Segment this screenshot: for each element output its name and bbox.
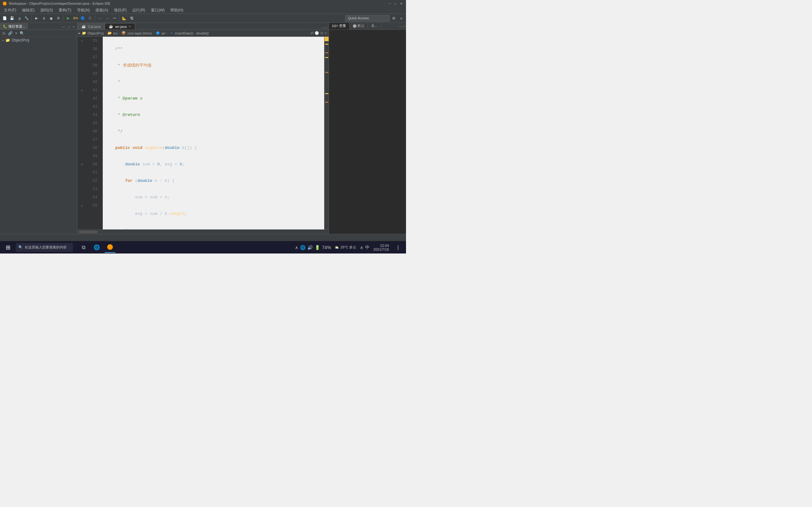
gutter-51 (78, 169, 86, 177)
panel-maximize-btn[interactable]: □ (67, 24, 71, 30)
hscroll-thumb[interactable] (79, 231, 98, 233)
stop-button[interactable]: ⏹ (48, 15, 55, 22)
view-menu-btn[interactable]: ▾ (14, 31, 18, 36)
breadcrumb-expand[interactable]: ▸ (79, 31, 81, 35)
battery-icon: 🔋 (315, 245, 320, 250)
left-panel: 🐛 项目资源... — □ × ⊞ 🔗 ▾ 🔍 (0, 23, 78, 234)
show-desktop-btn[interactable]: | (393, 242, 403, 253)
perspective-btn2[interactable]: 🏗 (128, 15, 135, 22)
menu-project[interactable]: 项目(P) (111, 7, 129, 14)
ln-44: 44 (86, 111, 100, 119)
diff-btn[interactable]: ⊟ (320, 31, 323, 35)
properties-button[interactable]: 🔧 (23, 15, 30, 22)
menu-edit[interactable]: 编辑(E) (19, 7, 37, 14)
taskbar-search[interactable]: 🔍 在这里输入您要搜索的内容 (16, 243, 73, 252)
editor-min-btn[interactable]: — (321, 26, 324, 30)
ln-37: 37 (86, 53, 100, 61)
ln-38: 38 (86, 61, 100, 70)
tab-project-explorer[interactable]: 🐛 项目资源... (0, 23, 28, 30)
tree-item-root[interactable]: ▸ 📁 ObjectProj (0, 37, 77, 43)
prev-button[interactable]: ← (96, 15, 103, 22)
quick-access-input[interactable]: Quick Access (345, 15, 390, 21)
task-view-btn[interactable]: ⧉ (78, 242, 89, 253)
gutter-36 (78, 45, 86, 53)
network-icon[interactable]: 🌐 (300, 245, 305, 250)
input-lang[interactable]: 中 (365, 245, 369, 250)
pause-button[interactable]: ⏸ (40, 15, 47, 22)
tab-breakpoints[interactable]: ⬤ 断点 (350, 23, 368, 30)
java-file-icon2: ☕ (109, 24, 113, 29)
close-button[interactable]: ✕ (399, 1, 403, 6)
right-panel-min[interactable]: — (399, 24, 403, 28)
word-wrap-btn[interactable]: ↵ (324, 31, 327, 35)
ln-47: 47 (86, 135, 100, 144)
menu-window[interactable]: 窗口(W) (148, 7, 167, 14)
last-edit-button[interactable]: ↩ (111, 15, 118, 22)
coverage-button[interactable]: 🔵 (79, 15, 86, 22)
maximize-button[interactable]: □ (393, 1, 398, 6)
toolbar-nav-group: ← → ↩ (96, 15, 118, 22)
new-button[interactable]: 📄 (1, 15, 8, 22)
code-line-38: * @param a (105, 95, 322, 103)
breadcrumb-pkg[interactable]: com.tape.Demo (127, 32, 152, 35)
tab-arr-java[interactable]: ☕ arr.java ✕ (105, 23, 135, 30)
gutter-54 (78, 193, 86, 202)
expand-icon[interactable]: ∧ (360, 245, 363, 250)
horizontal-scrollbar[interactable] (78, 229, 328, 234)
menu-bar: 文件(F) 编辑(E) 源码(S) 重构(T) 导航(N) 搜索(A) 项目(P… (0, 7, 406, 14)
start-button[interactable]: ⊞ (3, 242, 13, 253)
volume-icon[interactable]: 🔊 (307, 245, 313, 250)
menu-source[interactable]: 源码(S) (38, 7, 55, 14)
taskbar-right: ∧ 🌐 🔊 🔋 74% ⛅ 29°C 多云 ∧ 中 22:04 2021/7/1… (295, 242, 403, 253)
eclipse-taskbar-icon[interactable]: 🟠 (105, 242, 115, 253)
save-button[interactable]: 💾 (9, 15, 15, 22)
tab-expressions[interactable]: 表... (368, 23, 381, 30)
right-panel-max[interactable]: □ (403, 24, 405, 28)
code-editor[interactable]: /** * 求成绩的平均值 * * @param a * @return */ … (103, 37, 324, 229)
menu-run[interactable]: 运行(R) (130, 7, 148, 14)
panel-minimize-btn[interactable]: — (61, 24, 66, 30)
battery-text: 74% (322, 245, 331, 250)
menu-search[interactable]: 搜索(A) (93, 7, 111, 14)
clock-widget[interactable]: 22:04 2021/7/16 (373, 244, 389, 251)
sync-btn[interactable]: ⇄ (310, 31, 313, 35)
debug-button[interactable]: ▶ (33, 15, 40, 22)
link-editor-btn[interactable]: 🔗 (7, 31, 14, 36)
menu-navigate[interactable]: 导航(N) (74, 7, 93, 14)
tab-variables[interactable]: (x)= 变量 (329, 23, 350, 30)
history-btn[interactable]: 🕐 (315, 31, 319, 35)
search-placeholder: 在这里输入您要搜索的内容 (25, 245, 67, 250)
sep2 (63, 15, 63, 21)
menu-refactor[interactable]: 重构(T) (56, 7, 73, 14)
perspective-body: 🐛 项目资源... — □ × ⊞ 🔗 ▾ 🔍 (0, 23, 406, 234)
ln-50: 50 (86, 160, 100, 169)
tab-arr-label: arr.java (115, 25, 126, 29)
edge-icon[interactable]: 🌐 (91, 242, 102, 253)
gutter-38 (78, 61, 86, 70)
editor-max-btn[interactable]: □ (325, 26, 327, 30)
panel-close-btn[interactable]: × (72, 24, 76, 30)
breadcrumb-src[interactable]: src (113, 32, 118, 35)
filter-btn[interactable]: 🔍 (19, 31, 26, 36)
print-button[interactable]: 🖨 (16, 15, 23, 22)
breadcrumb-method[interactable]: insertDate() : double[] (175, 32, 209, 35)
run-config-button[interactable]: ⚙▾ (72, 15, 79, 22)
ext-button[interactable]: ⬡ (87, 15, 94, 22)
perspective-btn[interactable]: 📐 (121, 15, 128, 22)
toolbar-menu-button[interactable]: ≡ (398, 15, 405, 22)
build-button[interactable]: ⚙ (55, 15, 62, 22)
open-perspective-button[interactable]: ⊞ (390, 15, 397, 22)
menu-file[interactable]: 文件(F) (1, 7, 19, 14)
collapse-all-btn[interactable]: ⊞ (1, 31, 6, 36)
next-button[interactable]: → (104, 15, 111, 22)
minimize-button[interactable]: ─ (388, 1, 392, 6)
tab-close-btn[interactable]: ✕ (129, 25, 131, 28)
breadcrumb-project[interactable]: ObjectProj (88, 32, 104, 35)
chevron-up-icon[interactable]: ∧ (295, 245, 298, 250)
scroll-top-marker (324, 37, 328, 41)
menu-help[interactable]: 帮助(H) (168, 7, 186, 14)
breadcrumb-class[interactable]: arr (161, 32, 165, 35)
marker-6 (325, 102, 328, 103)
run-button[interactable]: ▶ (65, 15, 72, 22)
tab-cat-java[interactable]: ☕ Cat.java (78, 23, 105, 30)
